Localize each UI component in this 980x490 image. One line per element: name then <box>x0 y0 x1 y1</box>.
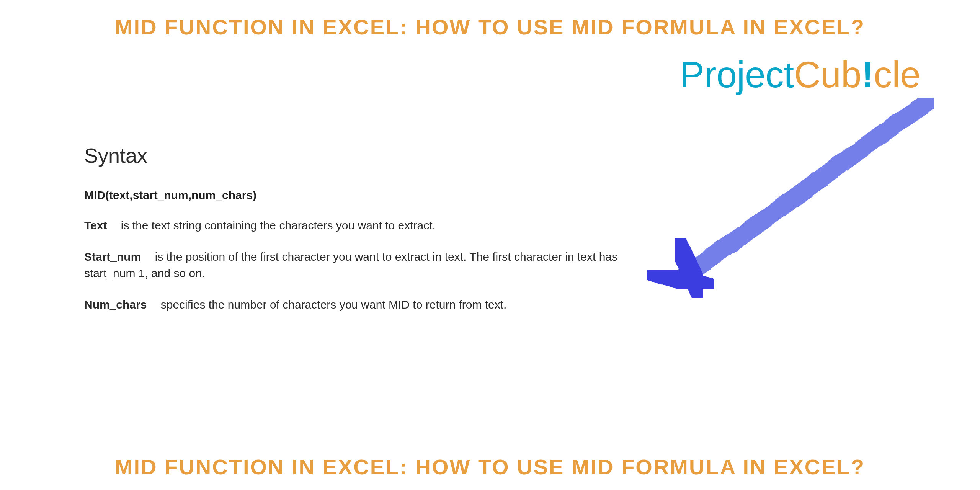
logo-exclaim: ! <box>861 54 874 95</box>
page-title-top: MID FUNCTION IN EXCEL: HOW TO USE MID FO… <box>0 15 980 39</box>
param-text-name: Text <box>84 219 107 232</box>
param-start-num-desc: is the position of the first character y… <box>84 250 617 280</box>
param-text: Text is the text string containing the c… <box>84 217 628 234</box>
brand-logo: ProjectCub!cle <box>679 54 921 96</box>
param-start-num-name: Start_num <box>84 250 141 263</box>
logo-part-cub: Cub <box>794 54 861 95</box>
param-start-num: Start_num is the position of the first c… <box>84 248 628 282</box>
formula-signature: MID(text,start_num,num_chars) <box>84 189 658 202</box>
arrow-icon <box>635 98 934 312</box>
param-num-chars-name: Num_chars <box>84 298 147 311</box>
logo-part-cle: cle <box>874 54 921 95</box>
syntax-heading: Syntax <box>84 144 658 167</box>
syntax-section: Syntax MID(text,start_num,num_chars) Tex… <box>84 144 658 327</box>
param-num-chars: Num_chars specifies the number of charac… <box>84 296 628 313</box>
param-num-chars-desc: specifies the number of characters you w… <box>161 298 507 311</box>
logo-part-project: Project <box>679 54 794 95</box>
page-title-bottom: MID FUNCTION IN EXCEL: HOW TO USE MID FO… <box>0 454 980 479</box>
param-text-desc: is the text string containing the charac… <box>121 219 436 232</box>
